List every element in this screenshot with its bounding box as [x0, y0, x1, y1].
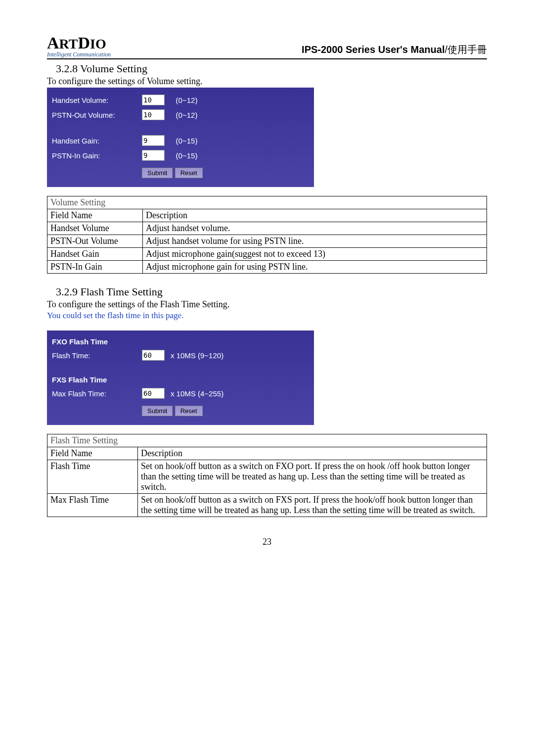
- pstn-out-volume-input[interactable]: [142, 109, 165, 120]
- page-number: 23: [47, 537, 487, 547]
- handset-gain-range: (0~15): [173, 133, 206, 148]
- section-intro-volume: To configure the settings of Volume sett…: [47, 76, 487, 87]
- volume-row3-f: PSTN-In Gain: [47, 261, 143, 274]
- page-header: ARTDIO Intelligent Communication IPS-200…: [47, 35, 487, 59]
- volume-submit-button[interactable]: Submit: [142, 168, 173, 178]
- handset-volume-label: Handset Volume:: [47, 93, 139, 107]
- fxs-flash-input[interactable]: [142, 388, 165, 399]
- volume-row3-d: Adjust microphone gain for using PSTN li…: [143, 261, 487, 274]
- pstn-in-gain-label: PSTN-In Gain:: [47, 148, 139, 163]
- flash-row1-f: Max Flash Time: [47, 494, 138, 517]
- volume-table-title: Volume Setting: [47, 196, 487, 209]
- pstn-in-gain-range: (0~15): [173, 148, 206, 163]
- flash-table-title: Flash Time Setting: [47, 434, 487, 447]
- pstn-out-volume-range: (0~12): [173, 107, 206, 122]
- title-chinese: /使用手冊: [445, 44, 487, 55]
- fxo-heading: FXO Flash Time: [47, 335, 226, 348]
- flash-note: You could set the flash time in this pag…: [47, 311, 487, 321]
- volume-reset-button[interactable]: Reset: [175, 168, 203, 178]
- fxo-flash-label: Flash Time:: [47, 348, 139, 363]
- handset-volume-range: (0~12): [173, 93, 206, 107]
- flash-table-h1: Field Name: [47, 447, 138, 460]
- flash-row1-d: Set on hook/off button as a switch on FX…: [138, 494, 487, 517]
- section-intro-flash: To configure the settings of the Flash T…: [47, 299, 487, 310]
- section-heading-volume: 3.2.8 Volume Setting: [56, 62, 487, 75]
- flash-form-panel: FXO Flash Time Flash Time: x 10MS (9~120…: [47, 331, 314, 425]
- handset-gain-input[interactable]: [142, 135, 165, 146]
- volume-row2-d: Adjust microphone gain(suggest not to ex…: [143, 248, 487, 261]
- flash-submit-button[interactable]: Submit: [142, 406, 173, 416]
- handset-volume-input[interactable]: [142, 94, 165, 105]
- volume-row1-f: PSTN-Out Volume: [47, 235, 143, 248]
- volume-row1-d: Adjust handset volume for using PSTN lin…: [143, 235, 487, 248]
- pstn-in-gain-input[interactable]: [142, 150, 165, 161]
- title-english: IPS-2000 Series User's Manual: [302, 44, 445, 55]
- logo-subtext: Intelligent Communication: [47, 51, 111, 57]
- page-title: IPS-2000 Series User's Manual/使用手冊: [302, 43, 487, 57]
- volume-table-h1: Field Name: [47, 209, 143, 222]
- section-heading-flash: 3.2.9 Flash Time Setting: [56, 285, 487, 298]
- fxo-flash-input[interactable]: [142, 350, 165, 361]
- handset-gain-label: Handset Gain:: [47, 133, 139, 148]
- volume-row0-f: Handset Volume: [47, 222, 143, 235]
- fxs-heading: FXS Flash Time: [47, 374, 226, 386]
- flash-row0-d: Set on hook/off button as a switch on FX…: [138, 460, 487, 494]
- logo: ARTDIO Intelligent Communication: [47, 35, 111, 57]
- flash-table-h2: Description: [138, 447, 487, 460]
- fxs-flash-range: x 10MS (4~255): [168, 386, 226, 401]
- flash-reset-button[interactable]: Reset: [175, 406, 203, 416]
- volume-description-table: Volume Setting Field Name Description Ha…: [47, 196, 487, 274]
- fxo-flash-range: x 10MS (9~120): [168, 348, 226, 363]
- volume-row2-f: Handset Gain: [47, 248, 143, 261]
- pstn-out-volume-label: PSTN-Out Volume:: [47, 107, 139, 122]
- flash-row0-f: Flash Time: [47, 460, 138, 494]
- flash-description-table: Flash Time Setting Field Name Descriptio…: [47, 434, 487, 517]
- volume-table-h2: Description: [143, 209, 487, 222]
- logo-text: ARTDIO: [47, 35, 111, 51]
- fxs-flash-label: Max Flash Time:: [47, 386, 139, 401]
- volume-row0-d: Adjust handset volume.: [143, 222, 487, 235]
- volume-form-panel: Handset Volume: (0~12) PSTN-Out Volume: …: [47, 88, 314, 187]
